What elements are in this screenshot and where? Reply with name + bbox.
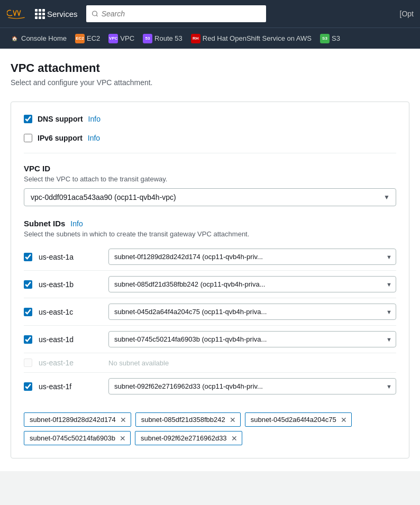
route53-icon: 53 (143, 34, 152, 43)
breadcrumb-navigation: 🏠 Console Home EC2 EC2 VPC VPC 53 Route … (0, 27, 420, 49)
top-navigation: Services [Opt (0, 0, 420, 27)
breadcrumb-route53[interactable]: 53 Route 53 (140, 33, 186, 44)
breadcrumb-console-home[interactable]: 🏠 Console Home (6, 33, 70, 44)
breadcrumb-vpc-label: VPC (120, 34, 134, 42)
vpc-id-label: VPC ID (24, 164, 396, 173)
breadcrumb-ec2[interactable]: EC2 EC2 (72, 33, 103, 44)
ipv6-support-info-link[interactable]: Info (88, 134, 100, 142)
tag-remove-tag-1f[interactable]: ✕ (231, 435, 238, 442)
subnet-select-wrapper-us-east-1c: subnet-045d2a64f4a204c75 (ocp11-qvb4h-pr… (108, 304, 396, 320)
grid-icon (35, 9, 45, 19)
dns-support-label: DNS support (38, 115, 83, 123)
breadcrumb-ec2-label: EC2 (87, 34, 100, 42)
search-input[interactable] (102, 10, 261, 18)
subnet-checkbox-us-east-1c[interactable] (24, 308, 32, 316)
subnet-select-wrapper-us-east-1a: subnet-0f1289d28d242d174 (ocp11-qvb4h-pr… (108, 249, 396, 265)
subnet-ids-section: Subnet IDs Info Select the subnets in wh… (24, 219, 396, 400)
search-icon (92, 10, 98, 17)
subnet-az-us-east-1f: us-east-1f (39, 382, 102, 391)
subnet-checkbox-us-east-1e[interactable] (24, 359, 32, 367)
tag-label-tag-1d: subnet-0745c50214fa6903b (30, 434, 115, 442)
vpc-id-description: Select the VPC to attach to the transit … (24, 175, 396, 183)
ipv6-support-checkbox[interactable] (24, 134, 32, 142)
breadcrumb-s3[interactable]: S3 S3 (317, 33, 343, 44)
openshift-icon: RH (191, 34, 200, 43)
svg-line-1 (96, 15, 97, 16)
subnet-ids-label: Subnet IDs (24, 219, 65, 228)
tag-remove-tag-1b[interactable]: ✕ (230, 416, 236, 424)
ipv6-support-label: IPv6 support (38, 134, 83, 142)
subnet-select-us-east-1c[interactable]: subnet-045d2a64f4a204c75 (ocp11-qvb4h-pr… (108, 304, 396, 320)
dns-support-info-link[interactable]: Info (88, 115, 101, 123)
tag-label-tag-1b: subnet-085df21d358fbb242 (141, 416, 225, 424)
tag-item: subnet-092f62e2716962d33✕ (135, 431, 242, 445)
services-label: Services (47, 10, 78, 19)
vpc-attachment-form: DNS support Info IPv6 support Info VPC I… (11, 102, 409, 458)
subnet-row: us-east-1bsubnet-085df21d358fbb242 (ocp1… (24, 271, 396, 298)
tag-label-tag-1f: subnet-092f62e2716962d33 (141, 434, 227, 442)
subnet-row: us-east-1fsubnet-092f62e2716962d33 (ocp1… (24, 373, 396, 400)
subnet-az-us-east-1d: us-east-1d (39, 335, 102, 344)
subnet-row: us-east-1csubnet-045d2a64f4a204c75 (ocp1… (24, 298, 396, 326)
ec2-icon: EC2 (75, 34, 85, 43)
breadcrumb-openshift-label: Red Hat OpenShift Service on AWS (203, 34, 312, 42)
subnet-checkbox-us-east-1a[interactable] (24, 253, 32, 261)
svg-point-0 (92, 11, 97, 16)
tag-remove-tag-1d[interactable]: ✕ (120, 435, 126, 442)
aws-logo[interactable] (6, 4, 26, 24)
subnet-ids-info-link[interactable]: Info (70, 219, 83, 228)
dns-support-checkbox[interactable] (24, 115, 32, 123)
dns-support-row: DNS support Info (24, 115, 396, 123)
subnet-select-wrapper-us-east-1d: subnet-0745c50214fa6903b (ocp11-qvb4h-pr… (108, 331, 396, 347)
main-content: VPC attachment Select and configure your… (0, 49, 420, 471)
subnet-select-us-east-1d[interactable]: subnet-0745c50214fa6903b (ocp11-qvb4h-pr… (108, 331, 396, 347)
field-divider (24, 153, 396, 153)
breadcrumb-vpc[interactable]: VPC VPC (105, 33, 138, 44)
vpc-icon: VPC (108, 34, 118, 43)
tag-item: subnet-0f1289d28d242d174✕ (24, 412, 131, 427)
breadcrumb-openshift[interactable]: RH Red Hat OpenShift Service on AWS (188, 33, 315, 44)
subnet-select-us-east-1b[interactable]: subnet-085df21d358fbb242 (ocp11-qvb4h-pr… (108, 276, 396, 292)
vpc-id-select[interactable]: vpc-0ddf091aca543aa90 (ocp11-qvb4h-vpc) (24, 188, 396, 206)
subnet-az-us-east-1b: us-east-1b (39, 280, 102, 289)
subnet-select-us-east-1f[interactable]: subnet-092f62e2716962d33 (ocp11-qvb4h-pr… (108, 378, 396, 394)
ipv6-support-row: IPv6 support Info (24, 134, 396, 142)
subnet-checkbox-us-east-1d[interactable] (24, 335, 32, 344)
tag-item: subnet-0745c50214fa6903b✕ (24, 431, 131, 445)
breadcrumb-route53-label: Route 53 (154, 34, 182, 42)
subnet-select-wrapper-us-east-1f: subnet-092f62e2716962d33 (ocp11-qvb4h-pr… (108, 378, 396, 394)
subnet-az-us-east-1e: us-east-1e (39, 359, 102, 367)
tag-label-tag-1c: subnet-045d2a64f4a204c75 (251, 416, 336, 424)
subnet-az-us-east-1c: us-east-1c (39, 308, 102, 316)
breadcrumb-console-home-label: Console Home (21, 34, 67, 42)
tag-label-tag-1a: subnet-0f1289d28d242d174 (30, 416, 116, 424)
subnet-rows-container: us-east-1asubnet-0f1289d28d242d174 (ocp1… (24, 243, 396, 400)
subnet-az-us-east-1a: us-east-1a (39, 253, 102, 261)
s3-icon: S3 (320, 34, 330, 43)
nav-right-text: [Opt (400, 10, 414, 18)
tag-remove-tag-1a[interactable]: ✕ (120, 416, 126, 424)
vpc-id-section: VPC ID Select the VPC to attach to the t… (24, 164, 396, 206)
services-menu[interactable]: Services (31, 7, 82, 21)
subnet-row: us-east-1eNo subnet available (24, 353, 396, 373)
subnet-select-wrapper-us-east-1b: subnet-085df21d358fbb242 (ocp11-qvb4h-pr… (108, 276, 396, 292)
search-bar[interactable] (86, 5, 266, 22)
selected-tags-container: subnet-0f1289d28d242d174✕subnet-085df21d… (24, 412, 396, 445)
subnet-no-available-us-east-1e: No subnet available (108, 359, 396, 367)
vpc-id-select-wrapper: vpc-0ddf091aca543aa90 (ocp11-qvb4h-vpc) … (24, 188, 396, 206)
tag-remove-tag-1c[interactable]: ✕ (341, 416, 347, 424)
tag-item: subnet-045d2a64f4a204c75✕ (245, 412, 352, 427)
tag-item: subnet-085df21d358fbb242✕ (135, 412, 241, 427)
page-title: VPC attachment (11, 61, 409, 75)
console-home-icon: 🏠 (10, 34, 19, 43)
subnet-checkbox-us-east-1b[interactable] (24, 280, 32, 289)
page-subtitle: Select and configure your VPC attachment… (11, 78, 409, 87)
subnet-row: us-east-1asubnet-0f1289d28d242d174 (ocp1… (24, 243, 396, 271)
subnet-select-us-east-1a[interactable]: subnet-0f1289d28d242d174 (ocp11-qvb4h-pr… (108, 249, 396, 265)
subnet-checkbox-us-east-1f[interactable] (24, 382, 32, 391)
breadcrumb-s3-label: S3 (332, 34, 340, 42)
subnet-row: us-east-1dsubnet-0745c50214fa6903b (ocp1… (24, 326, 396, 353)
subnet-section-header: Subnet IDs Info (24, 219, 396, 228)
subnet-ids-description: Select the subnets in which to create th… (24, 230, 396, 238)
